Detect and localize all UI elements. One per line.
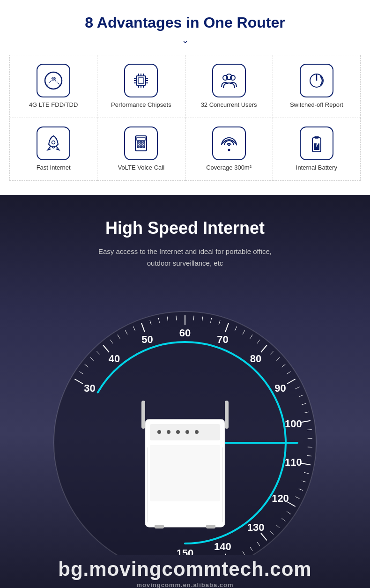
- speedometer: 30405060708090100110120130140150: [26, 283, 344, 555]
- users-icon-box: [212, 64, 246, 97]
- svg-point-0: [45, 72, 62, 89]
- advantages-section: 8 Advantages in One Router ⌄ 4G 4G LTE F…: [0, 0, 370, 195]
- svg-text:100: 100: [285, 418, 302, 430]
- advantages-title: 8 Advantages in One Router: [9, 14, 361, 31]
- svg-point-21: [52, 141, 55, 144]
- svg-point-125: [185, 430, 189, 434]
- svg-rect-130: [155, 525, 164, 528]
- svg-rect-28: [143, 144, 145, 145]
- battery-icon-box: [300, 127, 333, 160]
- svg-point-17: [230, 75, 235, 80]
- advantage-4g-lte: 4G 4G LTE FDD/TDD: [10, 55, 97, 118]
- svg-point-37: [228, 149, 230, 151]
- battery-label: Internal Battery: [296, 164, 337, 172]
- rocket-icon-box: [37, 127, 70, 160]
- svg-rect-23: [137, 141, 139, 143]
- svg-point-16: [223, 75, 228, 80]
- advantage-power: Switched-off Report: [273, 55, 361, 118]
- 4g-icon-box: 4G: [37, 64, 70, 97]
- phone-icon-box: [124, 127, 158, 160]
- svg-text:150: 150: [177, 547, 194, 555]
- svg-rect-3: [138, 78, 144, 83]
- svg-rect-131: [206, 525, 215, 528]
- svg-point-36: [228, 144, 230, 146]
- domain-watermark: bg.movingcommtech.com movingcomm.en.alib…: [0, 558, 370, 588]
- 4g-label: 4G LTE FDD/TDD: [29, 101, 78, 109]
- svg-text:50: 50: [141, 334, 153, 345]
- power-icon-box: [300, 64, 333, 97]
- svg-rect-24: [140, 141, 142, 143]
- svg-rect-120: [225, 401, 229, 429]
- 4g-icon: 4G: [43, 70, 64, 91]
- svg-line-58: [193, 315, 194, 320]
- svg-text:90: 90: [274, 382, 286, 394]
- advantage-fast: Fast Internet: [10, 118, 97, 181]
- svg-text:4G: 4G: [51, 76, 56, 81]
- users-label: 32 Concurrent Users: [201, 101, 257, 109]
- chevron-down-icon: ⌄: [9, 35, 361, 45]
- wifi-icon: [219, 133, 239, 154]
- svg-rect-32: [137, 137, 145, 141]
- battery-icon: [306, 133, 327, 154]
- chipsets-label: Performance Chipsets: [111, 101, 171, 109]
- fast-label: Fast Internet: [37, 164, 71, 172]
- advantage-volte: VoLTE Voice Call: [97, 118, 185, 181]
- users-icon: [219, 70, 239, 91]
- volte-label: VoLTE Voice Call: [118, 164, 164, 172]
- svg-text:40: 40: [109, 353, 120, 365]
- advantage-chipsets: Performance Chipsets: [97, 55, 185, 118]
- advantages-grid: 4G 4G LTE FDD/TDD: [9, 55, 361, 181]
- coverage-label: Coverage 300m²: [206, 164, 252, 172]
- svg-rect-119: [141, 401, 145, 429]
- advantage-users: 32 Concurrent Users: [185, 55, 273, 118]
- svg-rect-27: [140, 144, 142, 145]
- chip-icon-box: [124, 64, 158, 97]
- svg-rect-30: [140, 146, 142, 148]
- svg-text:110: 110: [285, 456, 302, 468]
- power-label: Switched-off Report: [290, 101, 343, 109]
- svg-point-126: [195, 430, 199, 434]
- svg-text:60: 60: [179, 327, 191, 339]
- advantage-coverage: Coverage 300m²: [185, 118, 273, 181]
- speed-title: High Speed Internet: [9, 218, 361, 238]
- speed-subtitle: Easy access to the Internet and ideal fo…: [9, 246, 361, 269]
- phone-icon: [131, 133, 151, 154]
- svg-point-122: [157, 430, 161, 434]
- advantage-battery: Internal Battery: [273, 118, 361, 181]
- rocket-icon: [43, 133, 64, 154]
- speedometer-svg: 30405060708090100110120130140150: [26, 283, 344, 555]
- svg-rect-2: [136, 76, 146, 85]
- svg-text:140: 140: [214, 541, 231, 552]
- svg-text:80: 80: [250, 353, 261, 365]
- svg-rect-31: [143, 146, 145, 148]
- wifi-icon-box: [212, 127, 246, 160]
- svg-rect-127: [150, 445, 220, 501]
- speed-section: High Speed Internet Easy access to the I…: [0, 195, 370, 588]
- chip-icon: [131, 70, 151, 91]
- svg-line-56: [176, 315, 177, 320]
- svg-point-124: [176, 430, 180, 434]
- power-icon: [306, 70, 327, 91]
- svg-text:130: 130: [247, 521, 265, 533]
- svg-text:70: 70: [217, 334, 228, 345]
- svg-point-123: [167, 430, 170, 434]
- svg-rect-25: [143, 141, 145, 143]
- svg-text:30: 30: [84, 382, 95, 394]
- svg-rect-26: [137, 144, 139, 145]
- svg-text:120: 120: [272, 492, 289, 504]
- svg-rect-29: [137, 146, 139, 148]
